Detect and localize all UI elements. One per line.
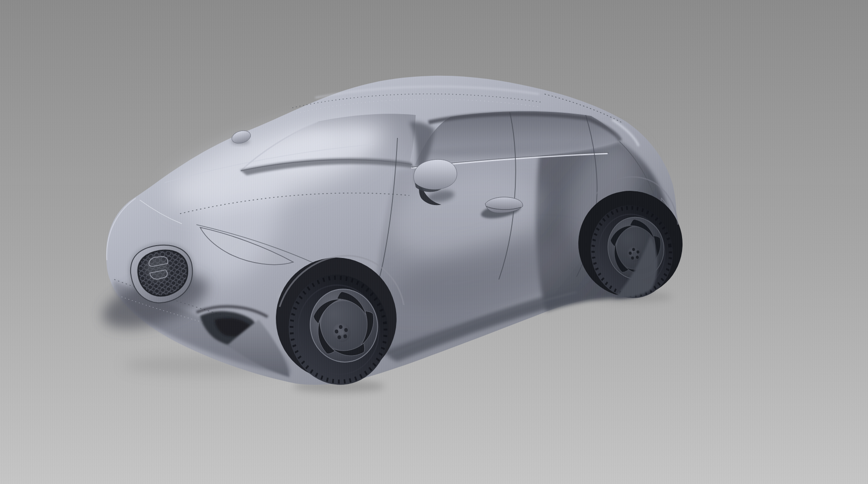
render-viewport[interactable] (0, 0, 868, 484)
front-grille (131, 245, 192, 303)
